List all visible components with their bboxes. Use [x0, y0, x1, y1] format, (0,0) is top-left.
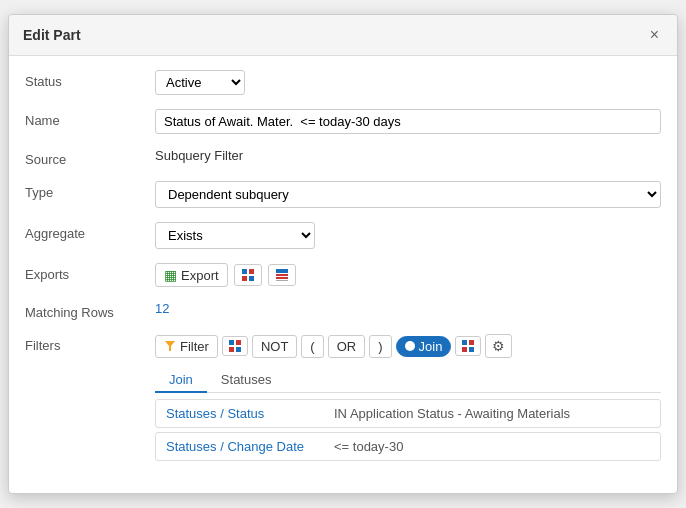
filter-grid-button[interactable] — [222, 336, 248, 356]
status-control: Active Inactive — [155, 70, 661, 95]
type-control: Dependent subquery Independent subquery — [155, 181, 661, 208]
svg-rect-15 — [462, 347, 467, 352]
svg-rect-2 — [242, 276, 247, 281]
exports-row: Exports ▦ Export — [25, 263, 661, 287]
join-grid-button[interactable] — [455, 336, 481, 356]
svg-rect-0 — [242, 269, 247, 274]
name-control — [155, 109, 661, 134]
filter-icon — [164, 340, 176, 352]
export-table-button[interactable] — [268, 264, 296, 286]
matching-rows-row: Matching Rows 12 — [25, 301, 661, 320]
svg-rect-3 — [249, 276, 254, 281]
join-label: Join — [419, 339, 443, 354]
filter-tabs: Join Statuses — [155, 368, 661, 393]
svg-rect-12 — [236, 347, 241, 352]
dialog-body: Status Active Inactive Name Source Subqu… — [9, 56, 677, 493]
name-row: Name — [25, 109, 661, 134]
not-button[interactable]: NOT — [252, 335, 297, 358]
export-button[interactable]: ▦ Export — [155, 263, 228, 287]
or-button[interactable]: OR — [328, 335, 366, 358]
source-value: Subquery Filter — [155, 144, 243, 163]
aggregate-row: Aggregate Exists Count Sum Min Max — [25, 222, 661, 249]
filter-row-2-link[interactable]: Statuses / Change Date — [166, 439, 326, 454]
tab-statuses[interactable]: Statuses — [207, 368, 286, 393]
export-label: Export — [181, 268, 219, 283]
filter-button[interactable]: Filter — [155, 335, 218, 358]
exports-toolbar: ▦ Export — [155, 263, 661, 287]
join-toggle-button[interactable]: Join — [396, 336, 452, 357]
status-label: Status — [25, 70, 155, 89]
export-icon: ▦ — [164, 267, 177, 283]
svg-rect-11 — [229, 347, 234, 352]
aggregate-select[interactable]: Exists Count Sum Min Max — [155, 222, 315, 249]
svg-rect-7 — [276, 280, 288, 281]
filter-row-1-text: IN Application Status - Awaiting Materia… — [334, 406, 570, 421]
source-label: Source — [25, 148, 155, 167]
toggle-dot — [405, 341, 415, 351]
source-row: Source Subquery Filter — [25, 148, 661, 167]
matching-rows-value: 12 — [155, 297, 169, 316]
close-paren-button[interactable]: ) — [369, 335, 391, 358]
table-icon — [275, 268, 289, 282]
filter-row-1[interactable]: Statuses / Status IN Application Status … — [155, 399, 661, 428]
filter-grid-icon — [229, 340, 241, 352]
filter-row-2-text: <= today-30 — [334, 439, 403, 454]
dialog-header: Edit Part × — [9, 15, 677, 56]
source-control: Subquery Filter — [155, 148, 661, 163]
filter-rows: Statuses / Status IN Application Status … — [155, 399, 661, 461]
export-grid-button[interactable] — [234, 264, 262, 286]
filter-row-1-link[interactable]: Statuses / Status — [166, 406, 326, 421]
edit-part-dialog: Edit Part × Status Active Inactive Name … — [8, 14, 678, 494]
filter-label: Filter — [180, 339, 209, 354]
matching-rows-label: Matching Rows — [25, 301, 155, 320]
exports-label: Exports — [25, 263, 155, 282]
status-row: Status Active Inactive — [25, 70, 661, 95]
open-paren-button[interactable]: ( — [301, 335, 323, 358]
type-label: Type — [25, 181, 155, 200]
svg-rect-1 — [249, 269, 254, 274]
gear-button[interactable]: ⚙ — [485, 334, 512, 358]
svg-rect-14 — [469, 340, 474, 345]
filter-toolbar: Filter NOT ( OR ) — [155, 334, 661, 358]
svg-rect-16 — [469, 347, 474, 352]
type-select[interactable]: Dependent subquery Independent subquery — [155, 181, 661, 208]
svg-rect-5 — [276, 274, 288, 276]
svg-rect-9 — [229, 340, 234, 345]
join-grid-icon — [462, 340, 474, 352]
svg-rect-10 — [236, 340, 241, 345]
aggregate-control: Exists Count Sum Min Max — [155, 222, 661, 249]
dialog-title: Edit Part — [23, 27, 81, 43]
aggregate-label: Aggregate — [25, 222, 155, 241]
filters-content: Filter NOT ( OR ) — [155, 334, 661, 465]
filters-row: Filters Filter — [25, 334, 661, 465]
exports-control: ▦ Export — [155, 263, 661, 287]
grid-icon — [241, 268, 255, 282]
tab-join[interactable]: Join — [155, 368, 207, 393]
matching-rows-control: 12 — [155, 301, 661, 316]
svg-rect-4 — [276, 269, 288, 273]
name-input[interactable] — [155, 109, 661, 134]
status-select[interactable]: Active Inactive — [155, 70, 245, 95]
svg-marker-8 — [165, 341, 175, 351]
name-label: Name — [25, 109, 155, 128]
filters-label: Filters — [25, 334, 155, 353]
close-button[interactable]: × — [646, 25, 663, 45]
type-row: Type Dependent subquery Independent subq… — [25, 181, 661, 208]
filter-row-2[interactable]: Statuses / Change Date <= today-30 — [155, 432, 661, 461]
svg-rect-6 — [276, 277, 288, 279]
svg-rect-13 — [462, 340, 467, 345]
